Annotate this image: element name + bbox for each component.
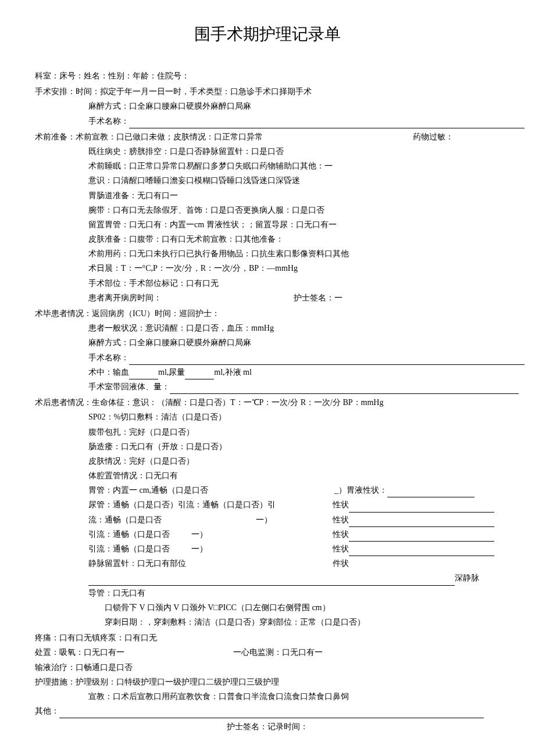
leave-time: 患者离开病房时间： (88, 293, 162, 302)
footer-sig: 护士签名：记录时间： (35, 719, 500, 734)
urine-field[interactable] (185, 371, 214, 379)
iv-catheter: 静脉留置针：口无口有部位 (88, 556, 333, 571)
drain3: 引流：通畅（口是口否 (88, 544, 170, 553)
return-ward: 返回病房（ICU）时间：巡回护士： (92, 309, 220, 318)
deep-vein: 深静脉 (455, 574, 479, 582)
property-1: 性状 (333, 500, 349, 509)
preop-history: 既往病史：膀胱排空：口是口否静脉留置针：口是口否 (35, 144, 500, 159)
nursing-level: 护理级别：口特级护理口一级护理口二级护理口三级护理 (76, 678, 279, 686)
gastric-prop-field[interactable] (387, 489, 475, 497)
preop-sleep: 术前睡眠：口正常口异常口易醒口多梦口失眠口药物辅助口其他：一 (35, 159, 500, 173)
surgery-arrange-label: 手术安排： (35, 87, 76, 96)
drain2-end: 一） (191, 530, 208, 539)
gastric-tube: 留置胃管：口无口有：内置一cm 胃液性状；；留置导尿：口无口有一 (35, 217, 500, 232)
prop-field-2[interactable] (349, 518, 494, 527)
gastric-property: _）胃液性状： (334, 486, 387, 495)
wristband: 腕带：口有口无去除假牙、首饰：口是口否更换病人服：口是口否 (35, 203, 500, 217)
surgery-name-field[interactable] (129, 120, 525, 128)
preop-nurse-sig: 护士签名：一 (294, 293, 343, 302)
preop-label: 术前准备： (35, 132, 76, 141)
drain1-end: 一） (256, 515, 272, 524)
property-2: 性状 (333, 515, 349, 524)
nursing-edu: 宣教：口术后宣教口用药宣教饮食：口普食口半流食口流食口禁食口鼻饲 (35, 689, 500, 704)
intraop-fluid: ml,补液 ml (214, 368, 252, 377)
patient-general: 患者一般状况：意识清醒：口是口否，血压：mmHg (35, 321, 500, 335)
morning-vitals: 术日晨：T：一°C,P：一次/分，R：一次/分，BP：—mmHg (35, 261, 500, 275)
urinary-tube: 尿管：通畅（口是口否）引流：通畅（口是口否）引 (88, 497, 333, 512)
drain2: 引流：通畅（口是口否 (88, 530, 170, 539)
preop-edu: 术前宣教：口已做口未做；皮肤情况：口正常口异常 (76, 132, 263, 141)
intraop-urine: ml,尿量 (158, 368, 185, 377)
anesthesia-type: 麻醉方式：口全麻口腰麻口硬膜外麻醉口局麻 (35, 99, 500, 113)
postop-anesthesia: 麻醉方式：口全麻口腰麻口硬膜外麻醉口局麻 (35, 335, 500, 350)
other-field[interactable] (59, 710, 484, 718)
drug-allergy: 药物过敏： (413, 130, 454, 144)
postop-vitals: 生命体征：意识：（清醒：口是口否）T：一℃P：一次/分 R：一次/分 BP：mm… (92, 398, 383, 407)
prop-field-3[interactable] (349, 533, 494, 542)
page-title: 围手术期护理记录单 (35, 23, 500, 45)
prop-field-4[interactable] (349, 547, 494, 556)
catheter: 导管：口无口有 (35, 586, 500, 600)
property-3: 性状 (333, 530, 349, 539)
cavity-tube: 体腔置管情况：口无口有 (35, 468, 500, 483)
consciousness: 意识：口清醒口嗜睡口澹妄口模糊口昏睡口浅昏迷口深昏迷 (35, 173, 500, 188)
drain3-end: 一） (191, 544, 208, 553)
surgery-time: 时间：拟定于年一月一日一时，手术类型：口急诊手术口择期手术 (76, 87, 312, 96)
gi-prep: 胃肠道准备：无口有口一 (35, 188, 500, 203)
postop-surgery-name-label: 手术名称： (88, 353, 129, 362)
preop-med: 术前用药：口无口未执行口已执行备用物品：口抗生素口影像资料口其他 (35, 246, 500, 261)
skin-prep: 皮肤准备：口腹带：口有口无术前宣教：口其他准备： (35, 232, 500, 246)
postop-status-label: 术后患者情况： (35, 398, 92, 407)
return-fluid-label: 手术室带回液体、量： (88, 382, 170, 391)
postop-skin: 皮肤情况：完好（口是口否） (35, 454, 500, 468)
oxygen: 处置：吸氧：口无口有一 (35, 648, 124, 657)
nursing-label: 护理措施： (35, 678, 76, 686)
surgery-name-label: 手术名称： (88, 117, 129, 126)
stat-5: 件状 (333, 559, 349, 568)
ecg-monitor: 一心电监测：口无口有一 (233, 648, 323, 657)
gastric-postop: 胃管：内置一 cm,通畅（口是口否 (88, 486, 208, 495)
property-4: 性状 (333, 544, 349, 553)
return-fluid-field[interactable] (170, 385, 519, 394)
other-label: 其他： (35, 707, 59, 715)
infusion: 输液治疗：口畅通口是口否 (35, 660, 500, 675)
deep-vein-field[interactable] (88, 577, 455, 586)
blood-field[interactable] (129, 371, 158, 379)
puncture: 穿刺日期：，穿刺敷料：清洁（口是口否）穿刺部位：正常（口是口否） (35, 615, 500, 629)
stoma: 肠造瘘：口无口有（开放：口是口否） (35, 439, 500, 454)
surgery-site: 手术部位：手术部位标记：口有口无 (35, 276, 500, 291)
postop-return-label: 术毕患者情况： (35, 309, 92, 318)
drain1: 流：通畅（口是口否 (88, 515, 162, 524)
intraop-blood: 术中：输血 (88, 368, 129, 377)
spo2: SP02：%切口敷料：清洁（口是口否） (35, 410, 500, 424)
pain: 疼痛：口有口无镇疼泵：口有口无 (35, 630, 500, 645)
header-row: 科室：床号：姓名：性别：年龄：住院号： (35, 69, 500, 83)
clavicle: 口锁骨下 V 口颈内 V 口颈外 V□PICC（口左侧口右侧臂围 cm） (35, 600, 500, 615)
abdominal-wrap: 腹带包扎：完好（口是口否） (35, 425, 500, 439)
postop-surgery-name-field[interactable] (129, 356, 525, 365)
prop-field-1[interactable] (349, 504, 494, 513)
